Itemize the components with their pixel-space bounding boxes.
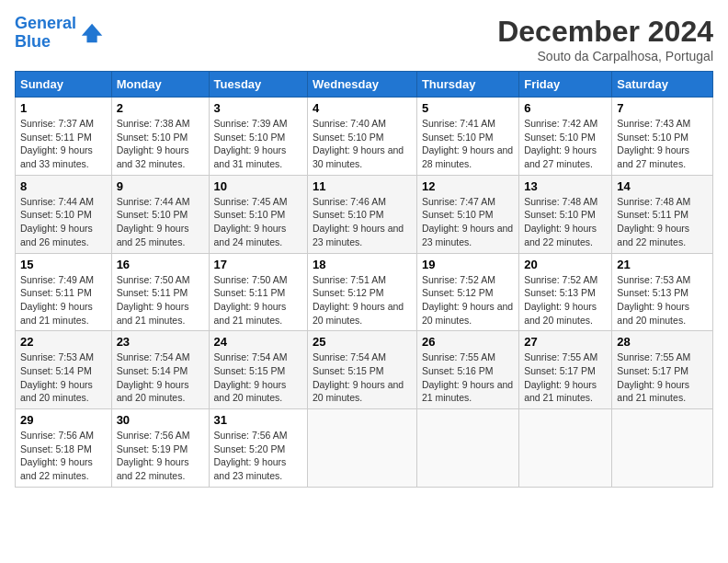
day-number: 9 xyxy=(117,179,204,193)
day-info: Sunrise: 7:49 AMSunset: 5:11 PMDaylight:… xyxy=(20,273,107,327)
week-row-3: 15 Sunrise: 7:49 AMSunset: 5:11 PMDaylig… xyxy=(16,253,713,331)
day-number: 31 xyxy=(214,413,302,427)
day-info: Sunrise: 7:48 AMSunset: 5:10 PMDaylight:… xyxy=(524,195,607,249)
day-info: Sunrise: 7:50 AMSunset: 5:11 PMDaylight:… xyxy=(214,273,302,327)
logo: GeneralBlue xyxy=(15,15,106,52)
day-number: 7 xyxy=(617,101,708,115)
header-saturday: Saturday xyxy=(612,72,713,98)
day-info: Sunrise: 7:53 AMSunset: 5:13 PMDaylight:… xyxy=(617,273,708,327)
calendar-cell: 4 Sunrise: 7:40 AMSunset: 5:10 PMDayligh… xyxy=(307,98,416,176)
day-number: 10 xyxy=(214,179,302,193)
header-thursday: Thursday xyxy=(416,72,518,98)
calendar-cell: 20 Sunrise: 7:52 AMSunset: 5:13 PMDaylig… xyxy=(519,253,612,331)
calendar-cell: 24 Sunrise: 7:54 AMSunset: 5:15 PMDaylig… xyxy=(209,331,307,409)
header-monday: Monday xyxy=(111,72,209,98)
day-number: 24 xyxy=(214,335,302,349)
main-title: December 2024 xyxy=(497,15,713,49)
day-number: 8 xyxy=(20,179,107,193)
day-number: 29 xyxy=(20,413,107,427)
day-info: Sunrise: 7:38 AMSunset: 5:10 PMDaylight:… xyxy=(117,117,204,171)
title-block: December 2024 Souto da Carpalhosa, Portu… xyxy=(497,15,713,63)
calendar-cell: 9 Sunrise: 7:44 AMSunset: 5:10 PMDayligh… xyxy=(111,175,209,253)
day-info: Sunrise: 7:55 AMSunset: 5:17 PMDaylight:… xyxy=(524,350,607,405)
svg-marker-0 xyxy=(82,24,102,43)
day-number: 30 xyxy=(117,413,204,427)
day-info: Sunrise: 7:52 AMSunset: 5:12 PMDaylight:… xyxy=(422,273,514,327)
header-row: SundayMondayTuesdayWednesdayThursdayFrid… xyxy=(16,72,713,98)
day-info: Sunrise: 7:41 AMSunset: 5:10 PMDaylight:… xyxy=(422,117,514,171)
calendar-cell: 21 Sunrise: 7:53 AMSunset: 5:13 PMDaylig… xyxy=(612,253,713,331)
logo-text: GeneralBlue xyxy=(15,15,76,52)
day-number: 26 xyxy=(422,335,514,349)
header-friday: Friday xyxy=(519,72,612,98)
week-row-1: 1 Sunrise: 7:37 AMSunset: 5:11 PMDayligh… xyxy=(16,98,713,176)
calendar-table: SundayMondayTuesdayWednesdayThursdayFrid… xyxy=(15,71,713,488)
calendar-cell: 12 Sunrise: 7:47 AMSunset: 5:10 PMDaylig… xyxy=(416,175,518,253)
subtitle: Souto da Carpalhosa, Portugal xyxy=(497,49,713,63)
day-number: 12 xyxy=(422,179,514,193)
day-number: 11 xyxy=(313,179,412,193)
day-info: Sunrise: 7:56 AMSunset: 5:18 PMDaylight:… xyxy=(20,429,107,483)
day-info: Sunrise: 7:54 AMSunset: 5:14 PMDaylight:… xyxy=(117,350,204,405)
day-number: 17 xyxy=(214,258,302,271)
day-info: Sunrise: 7:56 AMSunset: 5:20 PMDaylight:… xyxy=(214,429,302,483)
calendar-cell: 23 Sunrise: 7:54 AMSunset: 5:14 PMDaylig… xyxy=(111,331,209,409)
calendar-cell: 13 Sunrise: 7:48 AMSunset: 5:10 PMDaylig… xyxy=(519,175,612,253)
day-number: 27 xyxy=(524,335,607,349)
day-info: Sunrise: 7:43 AMSunset: 5:10 PMDaylight:… xyxy=(617,117,708,171)
page-header: GeneralBlue December 2024 Souto da Carpa… xyxy=(15,15,713,63)
day-info: Sunrise: 7:37 AMSunset: 5:11 PMDaylight:… xyxy=(20,117,107,171)
calendar-cell: 19 Sunrise: 7:52 AMSunset: 5:12 PMDaylig… xyxy=(416,253,518,331)
calendar-cell: 8 Sunrise: 7:44 AMSunset: 5:10 PMDayligh… xyxy=(16,175,112,253)
day-info: Sunrise: 7:42 AMSunset: 5:10 PMDaylight:… xyxy=(524,117,607,171)
day-number: 15 xyxy=(20,258,107,271)
calendar-cell: 22 Sunrise: 7:53 AMSunset: 5:14 PMDaylig… xyxy=(16,331,112,409)
day-number: 13 xyxy=(524,179,607,193)
day-info: Sunrise: 7:45 AMSunset: 5:10 PMDaylight:… xyxy=(214,195,302,249)
week-row-4: 22 Sunrise: 7:53 AMSunset: 5:14 PMDaylig… xyxy=(16,331,713,409)
day-number: 28 xyxy=(617,335,708,349)
calendar-cell: 3 Sunrise: 7:39 AMSunset: 5:10 PMDayligh… xyxy=(209,98,307,176)
day-info: Sunrise: 7:39 AMSunset: 5:10 PMDaylight:… xyxy=(214,117,302,171)
day-number: 21 xyxy=(617,258,708,271)
week-row-5: 29 Sunrise: 7:56 AMSunset: 5:18 PMDaylig… xyxy=(16,409,713,488)
calendar-cell: 11 Sunrise: 7:46 AMSunset: 5:10 PMDaylig… xyxy=(307,175,416,253)
day-number: 6 xyxy=(524,101,607,115)
calendar-cell: 14 Sunrise: 7:48 AMSunset: 5:11 PMDaylig… xyxy=(612,175,713,253)
day-info: Sunrise: 7:40 AMSunset: 5:10 PMDaylight:… xyxy=(313,117,412,171)
calendar-cell xyxy=(307,409,416,488)
day-number: 14 xyxy=(617,179,708,193)
header-tuesday: Tuesday xyxy=(209,72,307,98)
header-sunday: Sunday xyxy=(16,72,112,98)
calendar-cell xyxy=(416,409,518,488)
day-number: 18 xyxy=(313,258,412,271)
header-wednesday: Wednesday xyxy=(307,72,416,98)
day-info: Sunrise: 7:44 AMSunset: 5:10 PMDaylight:… xyxy=(20,195,107,249)
day-info: Sunrise: 7:53 AMSunset: 5:14 PMDaylight:… xyxy=(20,350,107,405)
week-row-2: 8 Sunrise: 7:44 AMSunset: 5:10 PMDayligh… xyxy=(16,175,713,253)
calendar-cell: 28 Sunrise: 7:55 AMSunset: 5:17 PMDaylig… xyxy=(612,331,713,409)
calendar-cell: 1 Sunrise: 7:37 AMSunset: 5:11 PMDayligh… xyxy=(16,98,112,176)
calendar-cell: 31 Sunrise: 7:56 AMSunset: 5:20 PMDaylig… xyxy=(209,409,307,488)
calendar-cell: 16 Sunrise: 7:50 AMSunset: 5:11 PMDaylig… xyxy=(111,253,209,331)
day-number: 1 xyxy=(20,101,107,115)
day-number: 3 xyxy=(214,101,302,115)
day-info: Sunrise: 7:55 AMSunset: 5:16 PMDaylight:… xyxy=(422,350,514,405)
day-info: Sunrise: 7:54 AMSunset: 5:15 PMDaylight:… xyxy=(313,350,412,405)
day-info: Sunrise: 7:55 AMSunset: 5:17 PMDaylight:… xyxy=(617,350,708,405)
day-number: 23 xyxy=(117,335,204,349)
calendar-cell xyxy=(612,409,713,488)
calendar-cell: 5 Sunrise: 7:41 AMSunset: 5:10 PMDayligh… xyxy=(416,98,518,176)
day-number: 5 xyxy=(422,101,514,115)
logo-icon xyxy=(80,20,106,46)
day-info: Sunrise: 7:51 AMSunset: 5:12 PMDaylight:… xyxy=(313,273,412,327)
day-info: Sunrise: 7:48 AMSunset: 5:11 PMDaylight:… xyxy=(617,195,708,249)
day-number: 25 xyxy=(313,335,412,349)
day-number: 20 xyxy=(524,258,607,271)
day-number: 22 xyxy=(20,335,107,349)
day-info: Sunrise: 7:50 AMSunset: 5:11 PMDaylight:… xyxy=(117,273,204,327)
day-number: 4 xyxy=(313,101,412,115)
calendar-cell: 27 Sunrise: 7:55 AMSunset: 5:17 PMDaylig… xyxy=(519,331,612,409)
calendar-cell: 26 Sunrise: 7:55 AMSunset: 5:16 PMDaylig… xyxy=(416,331,518,409)
day-info: Sunrise: 7:44 AMSunset: 5:10 PMDaylight:… xyxy=(117,195,204,249)
